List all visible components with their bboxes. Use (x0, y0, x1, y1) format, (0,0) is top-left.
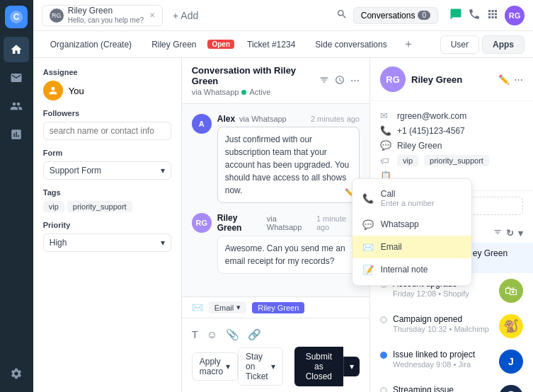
submit-button[interactable]: Submit as Closed (294, 347, 343, 386)
phone-icon[interactable] (468, 8, 481, 23)
nav-tab-ticket[interactable]: Open Ticket #1234 (207, 35, 304, 54)
footer-email-badge[interactable]: Email ▾ (209, 301, 247, 313)
pipedrive-logo (499, 385, 523, 392)
interaction-title-2: Campaign opened (393, 314, 493, 324)
assignee-row: You (43, 81, 171, 100)
sidebar-item-settings[interactable] (4, 361, 29, 386)
interactions-filter-icon[interactable] (493, 228, 502, 238)
user-avatar[interactable]: RG (505, 6, 525, 25)
sidebar: C (0, 0, 33, 392)
nav-tab-user[interactable]: Riley Green (143, 35, 205, 54)
tab-close-icon[interactable]: ✕ (149, 11, 155, 19)
form-value: Support Form (50, 166, 101, 175)
search-section (336, 8, 348, 23)
tag-vip[interactable]: vip (43, 201, 64, 212)
footer-email-chevron: ▾ (236, 303, 241, 312)
add-nav-tab-button[interactable]: ＋ (399, 34, 418, 54)
submit-group: Submit as Closed ▾ (294, 347, 360, 386)
filter-icon[interactable] (319, 75, 329, 87)
tag-vip-right[interactable]: vip (397, 155, 418, 166)
content-area: Assignee You Followers Form Support Form… (33, 58, 533, 392)
user-header: RG Riley Green ✏️ ⋯ (370, 58, 533, 101)
interaction-title-3: Issue linked to project (393, 350, 493, 359)
conversation-subtitle: via Whatsapp Active (192, 88, 319, 96)
form-select[interactable]: Support Form ▾ (43, 161, 171, 180)
priority-select[interactable]: High ▾ (43, 234, 171, 252)
jira-logo: J (499, 350, 523, 374)
submit-dropdown-button[interactable]: ▾ (343, 357, 360, 376)
tag-priority-support[interactable]: priority_support (67, 201, 132, 212)
text-format-icon[interactable]: T (192, 328, 198, 341)
ticket-status-badge: Open (207, 40, 234, 49)
nav-tab-right: User Apps (440, 35, 525, 54)
whatsapp-icon: 💬 (362, 219, 374, 230)
messages-list: A Alex via Whatsapp 2 minutes ago Just c… (182, 104, 369, 296)
interactions-more-icon[interactable]: ▾ (518, 228, 523, 238)
tag-priority-right[interactable]: priority_support (424, 155, 489, 166)
interactions-refresh-icon[interactable]: ↻ (506, 228, 514, 238)
priority-value: High (50, 238, 67, 248)
interaction-item-3[interactable]: Issue linked to project Wednesday 9:08 •… (370, 344, 533, 379)
apply-macro-button[interactable]: Apply macro ▾ (192, 352, 238, 381)
search-button[interactable] (336, 8, 348, 23)
sidebar-logo[interactable]: C (5, 6, 28, 28)
stay-on-ticket-button[interactable]: Stay on Ticket ▾ (238, 347, 283, 386)
clock-icon[interactable] (335, 75, 345, 87)
phone-row: 📞 +1 (415)123-4567 (380, 123, 523, 138)
emoji-icon[interactable]: ☺ (207, 328, 217, 341)
more-user-icon[interactable]: ⋯ (514, 74, 523, 85)
grid-icon[interactable] (486, 8, 499, 23)
interaction-item-2[interactable]: Campaign opened Thursday 10:32 • Mailchi… (370, 309, 533, 344)
conversations-button[interactable]: Conversations 0 (353, 7, 438, 24)
more-icon[interactable]: ⋯ (350, 75, 360, 87)
interaction-title-4: Streaming issue (393, 385, 493, 392)
sidebar-item-contacts[interactable] (4, 93, 29, 119)
footer-email-label: Email (214, 304, 234, 312)
message-1-via: via Whatsapp (239, 115, 287, 123)
attach-icon[interactable]: 📎 (226, 328, 239, 341)
form-chevron-icon: ▾ (161, 166, 165, 175)
sidebar-item-home[interactable] (4, 37, 29, 62)
stay-on-ticket-chevron: ▾ (271, 362, 275, 371)
priority-label: Priority (43, 221, 171, 229)
add-tab-button[interactable]: + Add (168, 7, 202, 24)
message-1: A Alex via Whatsapp 2 minutes ago Just c… (192, 114, 360, 203)
shopify-logo: 🛍 (499, 279, 523, 303)
compose-bottom: Apply macro ▾ Stay on Ticket ▾ Submit as… (192, 347, 360, 386)
interaction-dot-4 (380, 387, 387, 392)
nav-tab-org[interactable]: Organization (Create) (42, 35, 140, 54)
message-1-author: Alex (217, 114, 235, 124)
interactions-actions: ↻ ▾ (493, 228, 523, 238)
action-internal-note[interactable]: 📝 Internal note (353, 258, 471, 281)
interaction-item-4[interactable]: Streaming issue Wednesday 9:04 (370, 379, 533, 392)
action-whatsapp[interactable]: 💬 Whatsapp (353, 213, 471, 236)
interaction-content-2: Campaign opened Thursday 10:32 • Mailchi… (393, 314, 493, 333)
sidebar-item-reports[interactable] (4, 122, 29, 147)
message-2-content: Riley Green via Whatsapp 1 minute ago Aw… (217, 213, 360, 274)
nav-tab-side-conv[interactable]: Side conversations (306, 35, 395, 54)
user-header-actions: ✏️ ⋯ (498, 74, 523, 85)
tab-name: Riley Green (68, 6, 144, 16)
compose-area: T ☺ 📎 🔗 Apply macro ▾ Stay on Ticket (182, 318, 369, 392)
action-call[interactable]: 📞 Call Enter a number (353, 183, 471, 213)
chat-icon[interactable] (449, 8, 462, 23)
ticket-label: Ticket #1234 (239, 35, 304, 54)
whatsapp-label: Whatsapp (381, 219, 419, 229)
action-email[interactable]: ✉️ Email (353, 236, 471, 258)
apps-tab-button[interactable]: Apps (482, 35, 525, 54)
active-tab[interactable]: RG Riley Green Hello, can you help me? ✕ (42, 5, 163, 26)
link-icon[interactable]: 🔗 (248, 328, 261, 341)
footer-user-badge[interactable]: Riley Green (252, 302, 304, 313)
followers-search-input[interactable] (43, 122, 171, 140)
call-icon: 📞 (362, 192, 374, 204)
topbar-actions: RG (449, 6, 525, 25)
conversation-title: Conversation with Riley Green (192, 65, 319, 86)
user-tab-button[interactable]: User (440, 35, 479, 54)
message-2-bubble: Awesome. Can you send me an email receip… (217, 236, 360, 274)
phone-detail-icon: 📞 (380, 125, 391, 136)
left-panel: Assignee You Followers Form Support Form… (33, 58, 182, 392)
conversation-header: Conversation with Riley Green via Whatsa… (182, 58, 369, 104)
user-email: rgreen@work.com (397, 111, 466, 121)
sidebar-item-inbox[interactable] (4, 65, 29, 91)
edit-user-icon[interactable]: ✏️ (498, 74, 510, 85)
